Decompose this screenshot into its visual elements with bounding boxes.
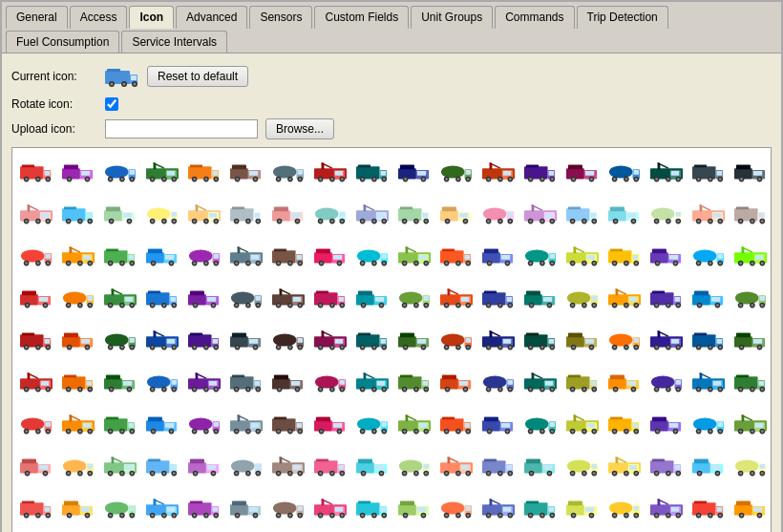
tab-unit-groups[interactable]: Unit Groups: [411, 6, 493, 29]
icon-cell[interactable]: [520, 362, 561, 402]
icon-cell[interactable]: [688, 152, 729, 192]
icon-cell[interactable]: [436, 194, 476, 234]
icon-cell[interactable]: [100, 404, 140, 444]
icon-cell[interactable]: [100, 488, 140, 528]
icon-cell[interactable]: [394, 236, 434, 276]
tab-custom-fields[interactable]: Custom Fields: [314, 6, 409, 29]
icon-cell[interactable]: [730, 320, 771, 360]
icon-cell[interactable]: [478, 278, 518, 318]
icon-cell[interactable]: [184, 320, 224, 360]
tab-advanced[interactable]: Advanced: [176, 6, 247, 29]
icon-cell[interactable]: [100, 236, 140, 276]
icon-cell[interactable]: [478, 152, 518, 192]
icon-cell[interactable]: [730, 194, 771, 234]
icon-cell[interactable]: [562, 236, 603, 276]
icon-cell[interactable]: [646, 488, 687, 528]
icon-cell[interactable]: [142, 362, 182, 402]
tab-fuel-consumption[interactable]: Fuel Consumption: [6, 31, 119, 53]
icon-cell[interactable]: [520, 152, 561, 192]
icon-cell[interactable]: [268, 488, 308, 528]
icon-cell[interactable]: [352, 152, 392, 192]
icon-cell[interactable]: [268, 446, 308, 486]
icon-cell[interactable]: [394, 320, 434, 360]
icon-cell[interactable]: [436, 152, 476, 192]
icon-cell[interactable]: [100, 152, 140, 192]
icon-cell[interactable]: [352, 488, 392, 528]
icon-cell[interactable]: [436, 404, 476, 444]
icon-cell[interactable]: [646, 320, 687, 360]
icon-cell[interactable]: [184, 488, 224, 528]
icon-cell[interactable]: [478, 236, 518, 276]
icon-cell[interactable]: [478, 404, 518, 444]
tab-general[interactable]: General: [6, 6, 68, 29]
icon-cell[interactable]: [688, 194, 729, 234]
icon-cell[interactable]: [394, 362, 434, 402]
icon-cell[interactable]: [352, 362, 392, 402]
icon-cell[interactable]: [394, 404, 434, 444]
icon-cell[interactable]: [100, 446, 140, 486]
icon-cell[interactable]: [436, 320, 476, 360]
icon-cell[interactable]: [646, 404, 687, 444]
icon-cell[interactable]: [100, 362, 140, 402]
icon-cell[interactable]: [520, 488, 561, 528]
icon-cell[interactable]: [268, 194, 308, 234]
icon-cell[interactable]: [688, 320, 729, 360]
icon-cell[interactable]: [604, 446, 645, 486]
icon-cell[interactable]: [520, 320, 561, 360]
icon-cell[interactable]: [184, 278, 224, 318]
tab-service-intervals[interactable]: Service Intervals: [121, 31, 227, 53]
icon-cell[interactable]: [730, 488, 771, 528]
icon-cell[interactable]: [478, 362, 518, 402]
icon-cell[interactable]: [58, 236, 98, 276]
icon-cell[interactable]: [58, 404, 98, 444]
icon-cell[interactable]: [16, 446, 56, 486]
icon-cell[interactable]: [100, 194, 140, 234]
icon-cell[interactable]: [310, 362, 350, 402]
icon-cell[interactable]: [394, 278, 434, 318]
icon-cell[interactable]: [604, 320, 645, 360]
icon-cell[interactable]: [604, 236, 645, 276]
icon-cell[interactable]: [58, 488, 98, 528]
icon-cell[interactable]: [310, 236, 350, 276]
icon-cell[interactable]: [646, 278, 687, 318]
icon-cell[interactable]: [184, 236, 224, 276]
icon-cell[interactable]: [730, 278, 771, 318]
icon-cell[interactable]: [310, 320, 350, 360]
icon-cell[interactable]: [730, 236, 771, 276]
icon-cell[interactable]: [268, 152, 308, 192]
icon-cell[interactable]: [310, 194, 350, 234]
icon-cell[interactable]: [688, 236, 729, 276]
icon-cell[interactable]: [310, 488, 350, 528]
icon-cell[interactable]: [604, 404, 645, 444]
icon-cell[interactable]: [562, 278, 603, 318]
icon-cell[interactable]: [478, 488, 518, 528]
icon-cell[interactable]: [226, 152, 266, 192]
icon-cell[interactable]: [226, 194, 266, 234]
icon-cell[interactable]: [646, 194, 687, 234]
icon-cell[interactable]: [142, 278, 182, 318]
icon-cell[interactable]: [226, 320, 266, 360]
icon-cell[interactable]: [604, 194, 645, 234]
icon-cell[interactable]: [520, 404, 561, 444]
icon-cell[interactable]: [730, 404, 771, 444]
icon-cell[interactable]: [58, 278, 98, 318]
icon-cell[interactable]: [520, 278, 561, 318]
icon-cell[interactable]: [562, 488, 603, 528]
icon-cell[interactable]: [142, 446, 182, 486]
icon-cell[interactable]: [436, 446, 476, 486]
icon-cell[interactable]: [142, 236, 182, 276]
icon-cell[interactable]: [436, 488, 476, 528]
icon-cell[interactable]: [604, 152, 645, 192]
icon-cell[interactable]: [688, 446, 729, 486]
icon-cell[interactable]: [730, 152, 771, 192]
icon-cell[interactable]: [184, 404, 224, 444]
rotate-icon-checkbox[interactable]: [105, 97, 118, 111]
icon-cell[interactable]: [604, 362, 645, 402]
icon-cell[interactable]: [478, 446, 518, 486]
icon-cell[interactable]: [310, 404, 350, 444]
icon-cell[interactable]: [604, 488, 645, 528]
icon-cell[interactable]: [268, 236, 308, 276]
icon-cell[interactable]: [688, 278, 729, 318]
icon-cell[interactable]: [310, 446, 350, 486]
browse-button[interactable]: Browse...: [265, 118, 334, 139]
